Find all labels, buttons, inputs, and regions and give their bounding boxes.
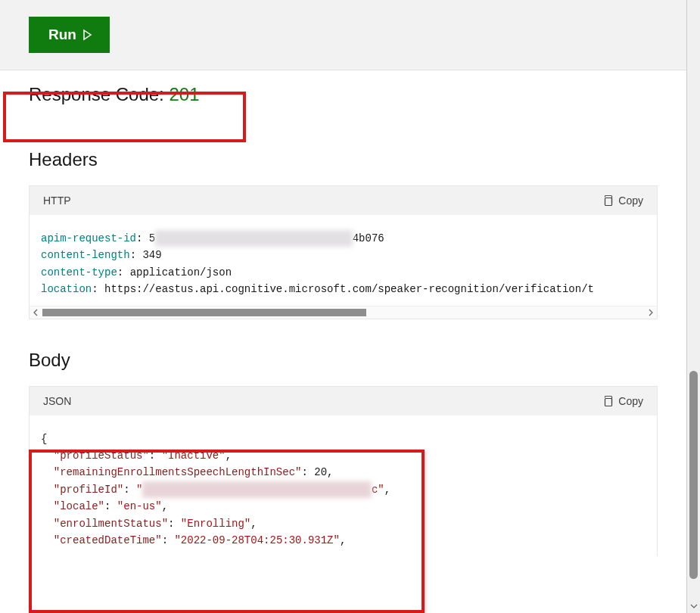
header-value-suffix: 4b076 — [353, 232, 384, 244]
json-value-suffix: c" — [372, 484, 384, 496]
json-key: "remainingEnrollmentsSpeechLengthInSec" — [54, 466, 302, 478]
obscured-text: ███████████████████████████████ — [155, 230, 352, 247]
copy-icon — [602, 395, 614, 407]
json-value: "Inactive" — [162, 450, 226, 462]
json-value-prefix: " — [136, 484, 142, 496]
svg-rect-0 — [605, 198, 612, 206]
header-value: application/json — [130, 266, 232, 278]
header-value: 349 — [142, 249, 161, 261]
body-lang-label: JSON — [43, 395, 71, 407]
header-value-prefix: 5 — [149, 232, 155, 244]
headers-heading: Headers — [29, 149, 658, 170]
json-key: "createdDateTime" — [54, 534, 162, 546]
headers-copy-button[interactable]: Copy — [602, 194, 643, 207]
svg-rect-1 — [605, 398, 612, 406]
vertical-scrollbar[interactable] — [687, 0, 700, 613]
copy-icon — [602, 194, 614, 207]
headers-lang-label: HTTP — [43, 194, 71, 207]
horizontal-scrollbar[interactable] — [30, 306, 657, 319]
response-code-heading: Response Code: 201 — [29, 70, 658, 119]
headers-code-block: HTTP Copy apim-request-id: 5████████████… — [29, 185, 658, 319]
scroll-left-arrow-icon[interactable] — [31, 308, 40, 317]
json-key: "enrollmentStatus" — [54, 518, 168, 530]
run-button-label: Run — [48, 26, 76, 43]
scrollbar-thumb[interactable] — [42, 309, 366, 316]
json-key: "profileStatus" — [54, 450, 149, 462]
scrollbar-thumb[interactable] — [689, 371, 698, 579]
headers-code-header: HTTP Copy — [30, 186, 657, 215]
play-icon — [81, 29, 93, 41]
top-toolbar: Run — [0, 0, 686, 70]
body-copy-button[interactable]: Copy — [602, 395, 643, 407]
json-key: "profileId" — [54, 484, 123, 496]
json-value: "en-us" — [117, 500, 162, 512]
body-code-block: JSON Copy { "profileStatus": "Inactive",… — [29, 386, 658, 557]
body-code-content[interactable]: { "profileStatus": "Inactive", "remainin… — [30, 415, 657, 557]
scroll-down-arrow-icon[interactable] — [687, 601, 700, 611]
json-value: "2022-09-28T04:25:30.931Z" — [174, 534, 339, 546]
response-code-value: 201 — [169, 84, 199, 104]
response-code-label: Response Code: — [29, 84, 169, 104]
body-code-header: JSON Copy — [30, 387, 657, 415]
run-button[interactable]: Run — [29, 17, 110, 53]
header-key: content-type — [41, 266, 117, 278]
json-value: 20 — [314, 466, 327, 478]
main-content-area: Run Response Code: 201 Headers HTTP Copy — [0, 0, 687, 613]
header-key: location — [41, 283, 92, 295]
scroll-right-arrow-icon[interactable] — [646, 308, 655, 317]
header-key: content-length — [41, 249, 130, 261]
obscured-text: ████████████████████████████████████ — [142, 481, 371, 498]
header-value: https://eastus.api.cognitive.microsoft.c… — [104, 283, 594, 295]
headers-code-content[interactable]: apim-request-id: 5██████████████████████… — [30, 215, 657, 306]
body-copy-label: Copy — [618, 395, 643, 407]
json-value: "Enrolling" — [181, 518, 250, 530]
body-heading: Body — [29, 350, 658, 371]
headers-copy-label: Copy — [618, 194, 643, 207]
header-key: apim-request-id — [41, 232, 136, 244]
json-key: "locale" — [54, 500, 104, 512]
